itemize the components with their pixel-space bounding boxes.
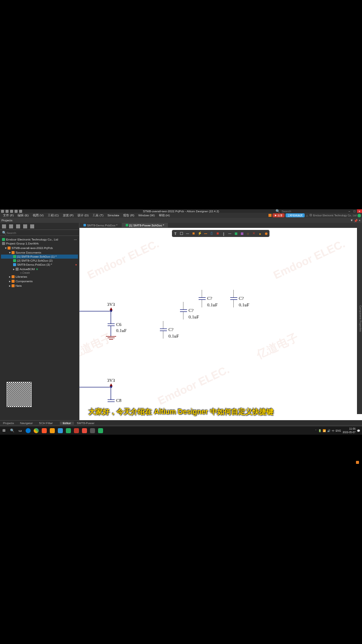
gnd-tool-icon[interactable] (203, 231, 208, 236)
user-avatar[interactable] (357, 214, 361, 217)
sheet-tool-icon[interactable] (233, 231, 238, 236)
designator-cq2[interactable]: C? (189, 308, 194, 313)
volume-icon[interactable]: 🔊 (327, 429, 330, 432)
wire[interactable] (79, 311, 111, 311)
tree-source-docs[interactable]: ▾ Source Documents (1, 250, 78, 255)
compile-tool-icon[interactable] (263, 231, 268, 236)
app-icon-4[interactable] (72, 427, 80, 435)
menu-view[interactable]: 视图 (V) (31, 213, 46, 218)
wire[interactable] (111, 387, 111, 399)
tray-chevron-icon[interactable]: ˄ (315, 429, 317, 432)
tab-sch-filter[interactable]: SCH Filter (36, 422, 56, 425)
tab-navigator[interactable]: Navigator (17, 422, 36, 425)
port-tool-icon[interactable] (215, 231, 220, 236)
tab-power[interactable]: SMT8-Power (74, 422, 98, 425)
ime-icon[interactable]: 中 (332, 429, 334, 432)
junction-tool-icon[interactable]: | (221, 231, 226, 236)
tree-root[interactable]: Emdoor Electronic Technology Co., Ltd ⋯ (1, 237, 78, 242)
qat-icon-3[interactable] (19, 210, 22, 213)
tree-libraries[interactable]: ▸ Libraries (1, 274, 78, 279)
app-icon-5[interactable] (80, 427, 88, 435)
more-icon[interactable]: ⋯ (74, 237, 77, 241)
value-c6[interactable]: 0.1uF (116, 328, 127, 333)
menu-edit[interactable]: 编辑 (E) (16, 213, 31, 218)
panel-pin-icon[interactable]: 📌 (354, 219, 357, 222)
task-view-button[interactable]: ▭ (16, 427, 24, 435)
brave-icon[interactable] (40, 427, 48, 435)
noerror-tool-icon[interactable]: ✕ (251, 231, 256, 236)
start-button[interactable]: ⊞ (0, 427, 8, 435)
search-button[interactable]: 🔍 (8, 427, 16, 435)
wire-tool-icon[interactable] (179, 231, 184, 236)
value-cq2[interactable]: 0.1uF (189, 314, 199, 319)
tab-projects[interactable]: Projects (0, 422, 17, 425)
junction[interactable] (110, 310, 112, 312)
text-tool-icon[interactable]: T (173, 231, 178, 236)
app-icon-1[interactable] (48, 427, 56, 435)
wire[interactable] (79, 387, 111, 387)
bus-tool-icon[interactable] (185, 231, 190, 236)
tree-components[interactable]: ▸ Components (1, 279, 78, 283)
wifi-icon[interactable]: 📶 (323, 429, 326, 432)
compile-icon[interactable] (23, 224, 27, 228)
menu-simulate[interactable]: Simulate (106, 214, 121, 217)
hamburger-icon[interactable] (2, 224, 6, 228)
menu-project[interactable]: 工程 (C) (46, 213, 61, 218)
menu-window[interactable]: Window (W) (136, 214, 157, 217)
probe-tool-icon[interactable]: ● (257, 231, 262, 236)
altium-icon[interactable] (88, 427, 97, 435)
junction[interactable] (110, 386, 112, 388)
chrome-icon[interactable] (32, 427, 40, 435)
net-tool-icon[interactable] (191, 231, 196, 236)
value-cq1[interactable]: 0.1uF (168, 334, 179, 339)
designator-c6[interactable]: C6 (116, 322, 122, 327)
right-panel-tabs[interactable]: Components Properties (357, 223, 362, 414)
tree-group[interactable]: Project Group 1.DsnWrk (1, 242, 78, 246)
net-label-3v3-2[interactable]: 3V3 (107, 378, 115, 383)
edge-icon[interactable] (24, 427, 32, 435)
menu-file[interactable]: 文件 (F) (1, 213, 16, 218)
tree-nets[interactable]: ▸ Nets (1, 283, 78, 288)
menu-tools[interactable]: 工具 (T) (90, 213, 105, 218)
designator-c8[interactable]: C8 (116, 398, 122, 403)
qat-icon[interactable] (10, 210, 13, 213)
wire[interactable] (111, 326, 111, 336)
folder-icon[interactable] (9, 224, 13, 228)
lang-label[interactable]: ENG (336, 429, 341, 432)
tree-doc-power[interactable]: [1] SMT8-Power.SchDoc (1) * (1, 255, 78, 259)
panel-close-icon[interactable]: × (358, 219, 360, 222)
maximize-button[interactable]: □ (352, 209, 357, 213)
tree-doc-pcb[interactable]: SMT8-Demo.PcbDoc (3) * ● (1, 263, 78, 267)
line-tool-icon[interactable] (227, 231, 232, 236)
menu-report[interactable]: 报告 (R) (121, 213, 136, 218)
device-tool-icon[interactable] (239, 231, 244, 236)
buy-online-button[interactable]: 立即在线购买 (286, 213, 305, 217)
tree-doc-cpu[interactable]: [2] SMT8-CPU.SchDoc (2) (1, 259, 78, 263)
menu-help[interactable]: 帮助 (H) (157, 213, 172, 218)
value-cq3[interactable]: 0.1uF (207, 302, 218, 307)
settings-icon[interactable] (30, 224, 34, 228)
share-button[interactable]: ▶ 分享 (273, 213, 285, 217)
panel-dropdown-icon[interactable]: ▼ (350, 219, 353, 222)
tab-pcbdoc[interactable]: SMT8-Demo.PcbDoc * (79, 223, 122, 227)
flag-icon[interactable] (268, 214, 272, 217)
minimize-button[interactable]: − (347, 209, 352, 213)
app-icon-6[interactable] (97, 427, 105, 435)
tree-active-bom[interactable]: ▸ ActiveBOM ★ (1, 267, 78, 271)
error-icon[interactable]: ● (75, 263, 77, 266)
qat-icon-2[interactable] (15, 210, 18, 213)
designator-cq1[interactable]: C? (168, 327, 173, 332)
schematic-canvas[interactable]: Emdoor ELEC. Emdoor ELEC. 亿道电子 亿道电子 Emdo… (79, 228, 362, 420)
global-search-input[interactable] (282, 210, 302, 213)
part-tool-icon[interactable]: ▯ (209, 231, 214, 236)
menu-place[interactable]: 放置 (P) (61, 213, 76, 218)
battery-icon[interactable]: 🔋 (318, 429, 321, 432)
close-button[interactable]: × (357, 209, 362, 213)
tab-editor[interactable]: Editor (60, 422, 74, 425)
tab-schdoc[interactable]: [1] SMT8-Power.SchDoc * (122, 223, 168, 227)
wire[interactable] (111, 311, 111, 324)
power-tool-icon[interactable]: ⚡ (197, 231, 202, 236)
app-icon-3[interactable] (64, 427, 72, 435)
home-icon[interactable]: ⌂ (306, 214, 308, 217)
taskbar-clock[interactable]: 11:06 2022-05-07 (342, 427, 355, 434)
